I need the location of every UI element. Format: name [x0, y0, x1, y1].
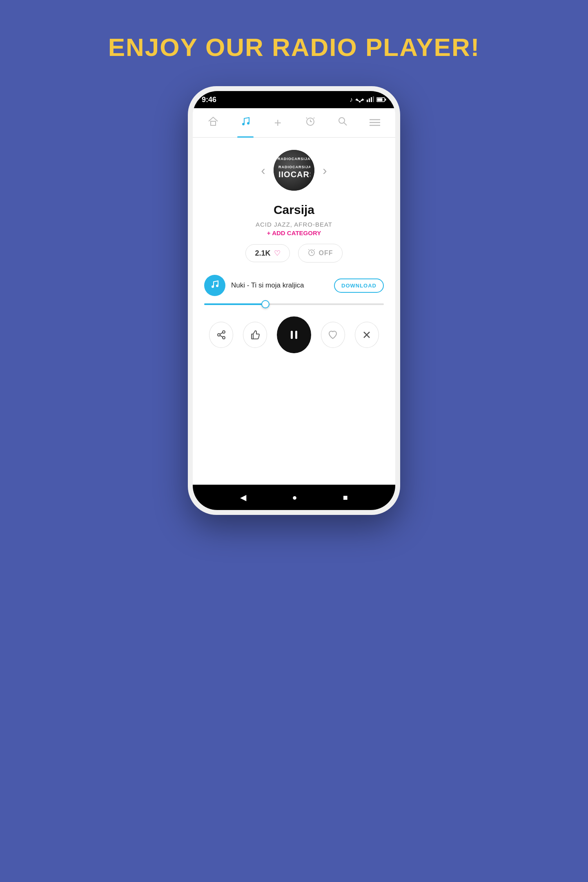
like-button[interactable]: 2.1K ♡	[245, 244, 290, 262]
station-logo: RADIOCARSIJA RADIOCARSIJA IIOCARS	[274, 150, 314, 191]
station-name: Carsija	[274, 203, 314, 217]
svg-rect-39	[291, 331, 293, 339]
pause-button[interactable]	[277, 316, 311, 353]
progress-thumb[interactable]	[261, 300, 270, 308]
nav-home[interactable]	[201, 111, 225, 135]
wifi-icon	[355, 96, 364, 104]
alarm-button[interactable]: OFF	[298, 244, 343, 263]
nav-alarm[interactable]	[298, 111, 323, 135]
thumbs-up-button[interactable]	[243, 322, 267, 348]
svg-point-18	[339, 118, 345, 123]
nav-menu[interactable]	[363, 111, 387, 135]
nav-music[interactable]	[233, 111, 258, 135]
nav-active-indicator	[237, 136, 254, 138]
svg-rect-40	[295, 331, 297, 339]
app-nav-bar: +	[193, 108, 395, 138]
svg-point-12	[247, 122, 249, 125]
prev-station-button[interactable]: ‹	[253, 163, 274, 178]
progress-bar-container[interactable]	[201, 303, 387, 305]
nav-add[interactable]: +	[265, 111, 290, 135]
status-icons: ♪	[350, 96, 386, 104]
svg-rect-9	[377, 98, 383, 101]
heart-icon: ♡	[274, 249, 281, 258]
svg-rect-38	[252, 334, 253, 339]
hamburger-icon	[370, 116, 380, 129]
add-icon: +	[274, 116, 282, 130]
logo-text-main: RADIOCARSIJA IIOCARS	[278, 161, 310, 183]
player-controls	[201, 316, 387, 353]
svg-line-16	[306, 118, 307, 118]
page-title: ENJOY OUR RADIO PLAYER!	[108, 33, 480, 62]
status-time: 9:46	[202, 96, 216, 104]
progress-track	[204, 303, 384, 305]
back-button[interactable]: ◀	[240, 492, 246, 502]
favorite-button[interactable]	[321, 322, 345, 348]
signal-icon	[367, 96, 374, 103]
content-area: ‹ RADIOCARSIJA RADIOCARSIJA IIOCARS ›	[193, 138, 395, 485]
action-buttons-row: 2.1K ♡ OFF	[245, 244, 342, 263]
svg-point-31	[216, 285, 218, 287]
station-categories: ACID JAZZ, AFRO-BEAT	[256, 221, 332, 228]
svg-rect-8	[385, 98, 386, 100]
now-playing-icon	[204, 275, 225, 296]
svg-line-17	[314, 118, 314, 118]
logo-text-top: RADIOCARSIJA	[278, 157, 311, 161]
download-button[interactable]: DOWNLOAD	[334, 278, 384, 293]
alarm-label: OFF	[319, 249, 333, 257]
svg-point-11	[242, 123, 245, 125]
close-button[interactable]	[355, 322, 379, 348]
svg-rect-5	[371, 97, 372, 102]
add-category-button[interactable]: + ADD CATEGORY	[267, 229, 321, 236]
alarm-icon	[305, 116, 316, 129]
recent-apps-button[interactable]: ■	[343, 493, 348, 502]
svg-line-19	[344, 122, 347, 125]
next-station-button[interactable]: ›	[314, 163, 335, 178]
svg-line-28	[308, 249, 309, 250]
phone-mockup: 9:46 ♪	[188, 86, 400, 515]
search-icon	[337, 116, 348, 129]
music-note-icon: ♪	[350, 96, 353, 103]
progress-fill	[204, 303, 265, 305]
station-navigator: ‹ RADIOCARSIJA RADIOCARSIJA IIOCARS ›	[201, 150, 387, 191]
svg-line-35	[220, 332, 223, 334]
svg-text:IIOCARS: IIOCARS	[278, 170, 310, 179]
svg-point-34	[223, 336, 225, 339]
home-icon	[208, 116, 218, 129]
svg-rect-3	[367, 100, 368, 102]
like-count: 2.1K	[255, 249, 270, 258]
svg-marker-0	[360, 98, 364, 102]
svg-text:RADIOCARSIJA: RADIOCARSIJA	[278, 165, 310, 169]
status-bar: 9:46 ♪	[193, 91, 395, 108]
share-button[interactable]	[209, 322, 233, 348]
nav-search[interactable]	[330, 111, 355, 135]
music-note-icon	[210, 279, 220, 292]
svg-rect-6	[373, 96, 374, 102]
svg-marker-1	[355, 98, 360, 102]
track-name: Nuki - Ti si moja kraljica	[231, 281, 328, 290]
phone-screen: 9:46 ♪	[193, 91, 395, 510]
home-button[interactable]: ●	[292, 493, 297, 502]
alarm-clock-icon	[307, 248, 316, 258]
svg-rect-10	[211, 121, 216, 125]
svg-line-29	[314, 249, 315, 250]
now-playing-row: Nuki - Ti si moja kraljica DOWNLOAD	[201, 275, 387, 296]
music-icon	[240, 116, 251, 129]
svg-point-2	[359, 101, 361, 102]
svg-point-33	[218, 334, 220, 336]
android-nav-bar: ◀ ● ■	[193, 485, 395, 510]
svg-line-36	[220, 335, 223, 337]
svg-point-30	[212, 285, 214, 288]
svg-rect-4	[369, 98, 370, 102]
svg-point-32	[223, 331, 225, 333]
battery-icon	[376, 96, 386, 103]
